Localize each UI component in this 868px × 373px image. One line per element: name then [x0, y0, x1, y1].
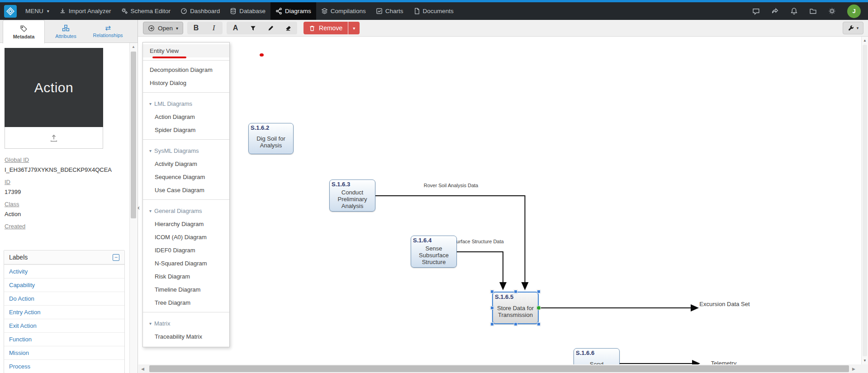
nav-import-analyzer[interactable]: Import Analyzer — [54, 2, 116, 20]
menu-item-n-squared-diagram[interactable]: N-Squared Diagram — [143, 257, 229, 270]
comment-icon[interactable] — [752, 7, 760, 15]
label-item-exit-action[interactable]: Exit Action — [4, 319, 124, 332]
label-item-capability[interactable]: Capability — [4, 278, 124, 292]
resize-handle[interactable] — [537, 290, 541, 293]
remove-dropdown-caret[interactable]: ▾ — [348, 22, 360, 34]
erase-button[interactable] — [280, 22, 297, 34]
sidebar-scrollbar-thumb[interactable] — [131, 52, 136, 218]
folder-icon[interactable] — [809, 7, 817, 15]
open-button[interactable]: Open ▾ — [143, 22, 183, 34]
italic-button[interactable]: I — [205, 22, 223, 34]
nav-schema-editor[interactable]: Schema Editor — [116, 2, 176, 20]
tab-metadata[interactable]: Metadata — [3, 20, 45, 43]
scroll-right-icon[interactable]: ▶ — [852, 367, 855, 371]
resize-handle[interactable] — [490, 306, 494, 310]
label-item-activity[interactable]: Activity — [4, 264, 124, 278]
bold-button[interactable]: B — [187, 22, 205, 34]
menu-item-tree-diagram[interactable]: Tree Diagram — [143, 296, 229, 309]
gear-icon[interactable] — [828, 7, 836, 15]
menu-item-idef0-diagram[interactable]: IDEF0 Diagram — [143, 244, 229, 257]
menu-item-spider-diagram[interactable]: Spider Diagram — [143, 123, 229, 137]
label-item-do-action[interactable]: Do Action — [4, 292, 124, 305]
format-group: A — [227, 22, 297, 34]
vertical-scrollbar-thumb[interactable] — [863, 45, 867, 356]
resize-handle[interactable] — [514, 290, 517, 293]
menu-item-icom-a0-diagram[interactable]: ICOM (A0) Diagram — [143, 231, 229, 244]
label-item-process[interactable]: Process — [4, 359, 124, 373]
entity-preview-card: Action — [5, 48, 103, 149]
menu-item-use-case-diagram[interactable]: Use Case Diagram — [143, 184, 229, 197]
nav-import-analyzer-label: Import Analyzer — [69, 8, 111, 14]
resize-handle[interactable] — [537, 322, 541, 326]
menu-item-traceability-matrix[interactable]: Traceability Matrix — [143, 330, 229, 343]
menu-section-lml-diagrams[interactable]: ▾ LML Diagrams — [143, 97, 229, 110]
field-label-created[interactable]: Created — [5, 223, 128, 230]
nav-diagrams[interactable]: Diagrams — [270, 2, 316, 20]
scroll-up-icon[interactable]: ▲ — [130, 45, 137, 49]
diagram-settings-button[interactable]: ▾ — [843, 22, 863, 34]
menu-item-hierarchy-diagram[interactable]: Hierarchy Diagram — [143, 217, 229, 231]
horizontal-scrollbar-thumb[interactable] — [149, 365, 849, 372]
nav-dashboard[interactable]: Dashboard — [175, 2, 225, 20]
label-item-entry-action[interactable]: Entry Action — [4, 305, 124, 319]
scroll-down-icon[interactable]: ▼ — [862, 359, 868, 363]
node-number: S.1.6.2 — [251, 124, 291, 131]
action-node[interactable]: S.1.6.3 Conduct Preliminary Analysis — [329, 179, 375, 212]
resize-handle[interactable] — [490, 290, 494, 293]
app-logo[interactable] — [4, 5, 17, 18]
label-item-mission[interactable]: Mission — [4, 346, 124, 359]
menu-item-entity-view[interactable]: Entity View — [143, 44, 229, 57]
nav-charts[interactable]: Charts — [371, 2, 408, 20]
nav-database-label: Database — [239, 8, 266, 14]
draw-button[interactable] — [262, 22, 280, 34]
scrollbar-corner — [861, 364, 868, 373]
collapse-minus-icon[interactable]: − — [113, 254, 119, 261]
font-color-button[interactable]: A — [227, 22, 244, 34]
menu-separator — [143, 60, 229, 61]
sidebar-collapse-handle[interactable]: ‹ — [136, 201, 142, 213]
canvas-vertical-scrollbar[interactable]: ▲ ▼ — [861, 37, 868, 364]
menu-section-sysml-diagrams[interactable]: ▾ SysML Diagrams — [143, 144, 229, 157]
user-avatar[interactable]: J — [847, 5, 861, 18]
nav-menu-button[interactable]: MENU ▾ — [20, 2, 54, 20]
filter-button[interactable] — [244, 22, 262, 34]
bell-icon[interactable] — [790, 7, 798, 15]
resize-handle[interactable] — [490, 322, 494, 326]
tab-relationships[interactable]: ⇄ Relationships — [87, 20, 129, 43]
action-node[interactable]: S.1.6.2 Dig Soil for Analysis — [248, 123, 294, 154]
nav-database[interactable]: Database — [225, 2, 270, 20]
menu-item-timeline-diagram[interactable]: Timeline Diagram — [143, 283, 229, 296]
menu-section-general-diagrams[interactable]: ▾ General Diagrams — [143, 204, 229, 217]
open-circle-arrow-icon — [148, 25, 155, 32]
node-number: S.1.6.3 — [332, 181, 373, 188]
funnel-icon — [250, 25, 256, 32]
menu-item-sequence-diagram[interactable]: Sequence Diagram — [143, 170, 229, 184]
connector-handle[interactable] — [536, 306, 541, 310]
field-label-global-id[interactable]: Global ID — [5, 156, 128, 163]
nav-documents[interactable]: Documents — [408, 2, 459, 20]
action-node-selected[interactable]: S.1.6.5 Store Data for Transmission — [492, 292, 539, 324]
menu-item-decomposition-diagram[interactable]: Decomposition Diagram — [143, 63, 229, 76]
scroll-up-icon[interactable]: ▲ — [862, 38, 868, 42]
scroll-left-icon[interactable]: ◀ — [141, 367, 144, 371]
menu-item-activity-diagram[interactable]: Activity Diagram — [143, 157, 229, 170]
action-node[interactable]: S.1.6.4 Sense Subsurface Structure — [411, 236, 457, 268]
field-label-id[interactable]: ID — [5, 179, 128, 185]
tab-attributes[interactable]: Attributes — [45, 20, 87, 43]
menu-section-matrix[interactable]: ▾ Matrix — [143, 317, 229, 330]
menu-item-history-dialog[interactable]: History Dialog — [143, 76, 229, 90]
open-button-label: Open — [158, 25, 173, 32]
resize-handle[interactable] — [514, 322, 517, 326]
cubes-icon — [62, 24, 70, 32]
field-label-class[interactable]: Class — [5, 201, 128, 208]
menu-item-risk-diagram[interactable]: Risk Diagram — [143, 270, 229, 283]
label-item-function[interactable]: Function — [4, 332, 124, 346]
share-icon[interactable] — [771, 7, 779, 15]
remove-button[interactable]: Remove — [304, 22, 348, 34]
node-name: Dig Soil for Analysis — [251, 131, 291, 153]
nav-compilations[interactable]: Compilations — [316, 2, 371, 20]
canvas-horizontal-scrollbar[interactable]: ◀ ▶ — [138, 364, 861, 373]
image-upload-area[interactable] — [5, 127, 103, 149]
menu-separator — [143, 92, 229, 93]
menu-item-action-diagram[interactable]: Action Diagram — [143, 110, 229, 123]
